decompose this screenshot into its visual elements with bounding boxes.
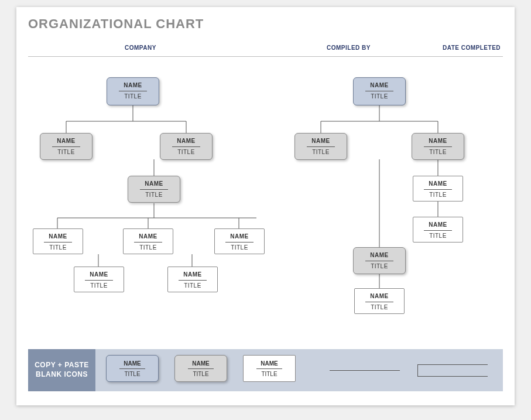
footer-label: COPY + PASTE BLANK ICONS xyxy=(28,361,95,379)
page-title: ORGANIZATIONAL CHART xyxy=(28,16,204,32)
header-compiled: COMPILED BY xyxy=(327,45,371,51)
connector-sample-h[interactable] xyxy=(330,370,400,371)
org-node-root-right[interactable]: NAMETITLE xyxy=(353,77,406,105)
org-node[interactable]: NAMETITLE xyxy=(160,133,213,160)
org-node-root-left[interactable]: NAMETITLE xyxy=(107,77,159,105)
org-node[interactable]: NAMETITLE xyxy=(123,228,173,254)
org-node[interactable]: NAMETITLE xyxy=(354,288,405,314)
org-node[interactable]: NAMETITLE xyxy=(214,228,265,254)
footer: COPY + PASTE BLANK ICONS NAMETITLE NAMET… xyxy=(28,349,503,391)
swatch-blue[interactable]: NAMETITLE xyxy=(106,355,159,382)
connector-sample-top[interactable] xyxy=(417,364,488,365)
page: ORGANIZATIONAL CHART COMPANY COMPILED BY… xyxy=(16,7,515,405)
org-node[interactable]: NAMETITLE xyxy=(167,267,218,292)
header-row: COMPANY COMPILED BY DATE COMPLETED xyxy=(28,43,503,57)
connector-sample-v[interactable] xyxy=(417,364,418,376)
swatch-white[interactable]: NAMETITLE xyxy=(243,355,296,382)
connector-sample-bot[interactable] xyxy=(417,376,488,377)
footer-swatches: NAMETITLE NAMETITLE NAMETITLE xyxy=(95,349,503,391)
org-node[interactable]: NAMETITLE xyxy=(128,176,180,203)
org-node[interactable]: NAMETITLE xyxy=(353,247,406,274)
org-node[interactable]: NAMETITLE xyxy=(412,133,464,160)
org-node[interactable]: NAMETITLE xyxy=(74,267,124,292)
org-node[interactable]: NAMETITLE xyxy=(413,217,463,243)
org-node[interactable]: NAMETITLE xyxy=(294,133,347,160)
swatch-grey[interactable]: NAMETITLE xyxy=(174,355,227,382)
org-node[interactable]: NAMETITLE xyxy=(413,176,463,202)
org-node[interactable]: NAMETITLE xyxy=(40,133,93,160)
org-node[interactable]: NAMETITLE xyxy=(33,228,83,254)
header-date: DATE COMPLETED xyxy=(443,45,501,51)
header-company: COMPANY xyxy=(125,45,156,51)
